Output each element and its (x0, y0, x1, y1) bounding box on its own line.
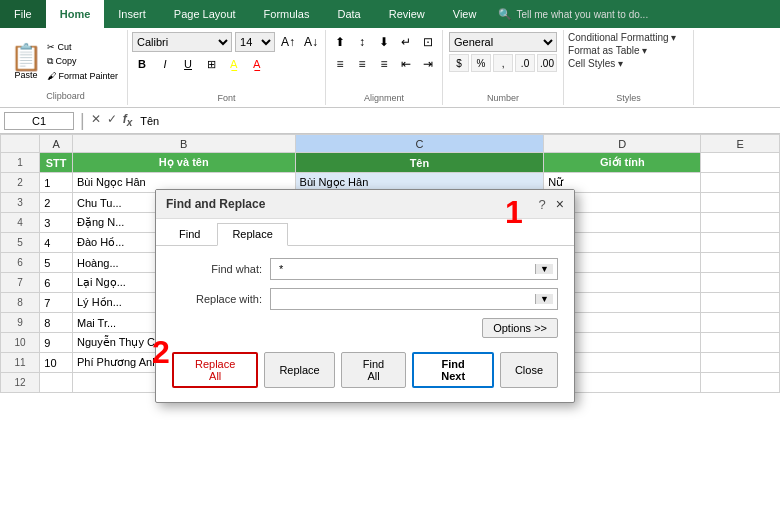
font-name-select[interactable]: Calibri (132, 32, 232, 52)
alignment-group: ⬆ ↕ ⬇ ↵ ⊡ ≡ ≡ ≡ ⇤ ⇥ Alignment (326, 30, 443, 105)
options-row: Options >> (172, 318, 558, 338)
copy-button[interactable]: ⧉ Copy (44, 55, 121, 68)
alignment-label: Alignment (330, 93, 438, 103)
merge-center-button[interactable]: ⊡ (418, 32, 438, 52)
fill-color-button[interactable]: A̲ (224, 54, 244, 74)
italic-button[interactable]: I (155, 54, 175, 74)
find-next-button[interactable]: Find Next (412, 352, 494, 388)
find-all-button[interactable]: Find All (341, 352, 407, 388)
replace-button[interactable]: Replace (264, 352, 334, 388)
replace-row: Replace with: ▼ (172, 288, 558, 310)
tab-home[interactable]: Home (46, 0, 105, 28)
replace-label: Replace with: (172, 293, 262, 305)
tab-view[interactable]: View (439, 0, 491, 28)
name-box[interactable] (4, 112, 74, 130)
dialog-title-bar: Find and Replace ? × (156, 190, 574, 219)
styles-label: Styles (568, 93, 689, 103)
insert-function-icon[interactable]: fx (123, 112, 133, 128)
replace-dropdown[interactable]: ▼ (535, 294, 553, 304)
align-bottom-button[interactable]: ⬇ (374, 32, 394, 52)
align-center-button[interactable]: ≡ (352, 54, 372, 74)
comma-button[interactable]: , (493, 54, 513, 72)
decimal-increase-button[interactable]: .0 (515, 54, 535, 72)
font-group: Calibri 14 A↑ A↓ B I U ⊞ A̲ A̲ Font (128, 30, 326, 105)
replace-input-wrapper: ▼ (270, 288, 558, 310)
confirm-formula-icon[interactable]: ✓ (107, 112, 117, 128)
cell-styles-button[interactable]: Cell Styles ▾ (568, 58, 689, 69)
cancel-formula-icon[interactable]: ✕ (91, 112, 101, 128)
formula-bar: | ✕ ✓ fx (0, 108, 780, 134)
dialog-body: Find what: ▼ Replace with: ▼ Options >> (156, 246, 574, 402)
replace-input[interactable] (275, 291, 535, 307)
find-dropdown[interactable]: ▼ (535, 264, 553, 274)
formula-input[interactable] (136, 113, 776, 129)
tab-data[interactable]: Data (323, 0, 374, 28)
font-label: Font (132, 93, 321, 103)
indent-increase-button[interactable]: ⇥ (418, 54, 438, 74)
tab-page-layout[interactable]: Page Layout (160, 0, 250, 28)
border-button[interactable]: ⊞ (201, 54, 221, 74)
number-format-select[interactable]: General (449, 32, 557, 52)
underline-button[interactable]: U (178, 54, 198, 74)
indent-decrease-button[interactable]: ⇤ (396, 54, 416, 74)
font-size-select[interactable]: 14 (235, 32, 275, 52)
tab-bar: File Home Insert Page Layout Formulas Da… (0, 0, 780, 28)
dialog-title-text: Find and Replace (166, 197, 265, 211)
close-button[interactable]: Close (500, 352, 558, 388)
format-table-button[interactable]: Format as Table ▾ (568, 45, 689, 56)
tab-review[interactable]: Review (375, 0, 439, 28)
dialog-buttons: Replace All Replace Find All Find Next C… (172, 346, 558, 390)
align-right-button[interactable]: ≡ (374, 54, 394, 74)
formula-separator: | (80, 110, 85, 131)
font-color-button[interactable]: A̲ (247, 54, 267, 74)
dialog-close-button[interactable]: × (556, 196, 564, 212)
format-painter-button[interactable]: 🖌 Format Painter (44, 70, 121, 82)
options-button[interactable]: Options >> (482, 318, 558, 338)
replace-all-button[interactable]: Replace All (172, 352, 258, 388)
find-input-wrapper: ▼ (270, 258, 558, 280)
sheet-container: A B C D E 1STTHọ và tênTênGiới tính21Bùi… (0, 134, 780, 393)
search-placeholder: Tell me what you want to do... (516, 9, 648, 20)
percent-button[interactable]: % (471, 54, 491, 72)
bold-button[interactable]: B (132, 54, 152, 74)
increase-font-button[interactable]: A↑ (278, 32, 298, 52)
dialog-tab-find[interactable]: Find (164, 223, 215, 245)
number-label: Number (449, 93, 557, 103)
dialog-tab-replace[interactable]: Replace (217, 223, 287, 246)
align-left-button[interactable]: ≡ (330, 54, 350, 74)
align-middle-button[interactable]: ↕ (352, 32, 372, 52)
paste-button[interactable]: 📋 Paste (10, 44, 42, 80)
tab-insert[interactable]: Insert (104, 0, 160, 28)
conditional-formatting-button[interactable]: Conditional Formatting ▾ (568, 32, 689, 43)
dialog-overlay: Find and Replace ? × Find Replace Find w… (0, 134, 780, 393)
dialog-controls: ? × (539, 196, 564, 212)
dialog-tabs: Find Replace (156, 219, 574, 246)
decimal-decrease-button[interactable]: .00 (537, 54, 557, 72)
decrease-font-button[interactable]: A↓ (301, 32, 321, 52)
find-label: Find what: (172, 263, 262, 275)
find-row: Find what: ▼ (172, 258, 558, 280)
tab-file[interactable]: File (0, 0, 46, 28)
clipboard-label: Clipboard (46, 91, 85, 101)
styles-group: Conditional Formatting ▾ Format as Table… (564, 30, 694, 105)
tab-formulas[interactable]: Formulas (250, 0, 324, 28)
wrap-text-button[interactable]: ↵ (396, 32, 416, 52)
align-top-button[interactable]: ⬆ (330, 32, 350, 52)
number-group: General $ % , .0 .00 Number (443, 30, 564, 105)
dialog-help-icon[interactable]: ? (539, 197, 546, 212)
ribbon: 📋 Paste ✂ Cut ⧉ Copy 🖌 Format Painter Cl… (0, 28, 780, 108)
cut-button[interactable]: ✂ Cut (44, 41, 121, 53)
find-replace-dialog: Find and Replace ? × Find Replace Find w… (155, 189, 575, 403)
find-input[interactable] (275, 261, 535, 277)
currency-button[interactable]: $ (449, 54, 469, 72)
